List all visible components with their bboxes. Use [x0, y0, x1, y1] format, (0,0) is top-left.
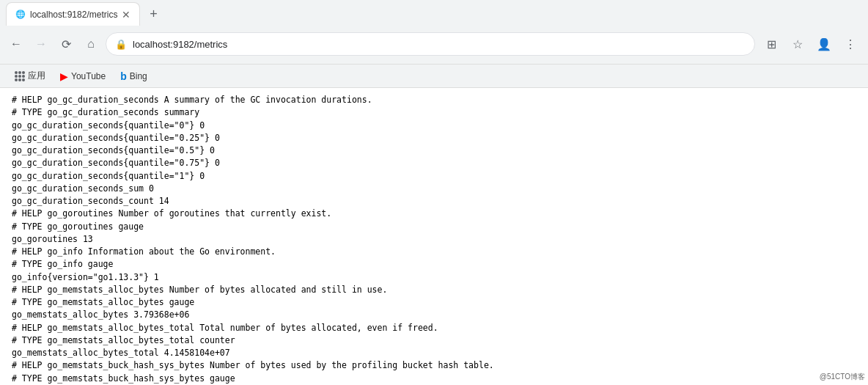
- metrics-lines-container: # HELP go_gc_duration_seconds A summary …: [12, 94, 856, 385]
- apps-grid-icon: [15, 71, 25, 81]
- new-tab-button[interactable]: +: [143, 4, 163, 24]
- apps-label: 应用: [28, 70, 45, 82]
- metrics-line: go_gc_duration_seconds_sum 0: [12, 183, 856, 195]
- menu-button[interactable]: ⋮: [839, 32, 862, 56]
- metrics-line: # TYPE go_memstats_alloc_bytes gauge: [12, 296, 856, 309]
- metrics-line: # HELP go_memstats_alloc_bytes Number of…: [12, 284, 856, 296]
- reload-button[interactable]: ⟳: [56, 34, 76, 54]
- metrics-line: go_memstats_alloc_bytes_total 4.1458104e…: [12, 347, 856, 359]
- forward-button[interactable]: →: [31, 34, 51, 54]
- address-bar[interactable]: 🔒 localhost:9182/metrics: [106, 32, 755, 56]
- metrics-line: # TYPE go_goroutines gauge: [12, 221, 856, 233]
- metrics-line: go_info{version="go1.13.3"} 1: [12, 271, 856, 284]
- translate-button[interactable]: ⊞: [760, 32, 783, 56]
- tab-close-button[interactable]: ✕: [122, 9, 130, 21]
- metrics-line: go_goroutines 13: [12, 233, 856, 246]
- youtube-label: YouTube: [71, 71, 106, 81]
- active-tab[interactable]: 🌐 localhost:9182/metrics ✕: [6, 2, 140, 26]
- bing-icon: b: [120, 70, 127, 82]
- bookmark-apps[interactable]: 应用: [9, 67, 51, 85]
- watermark: @51CTO博客: [820, 372, 865, 382]
- tab-bar: 🌐 localhost:9182/metrics ✕ +: [0, 0, 868, 28]
- tab-title: localhost:9182/metrics: [30, 10, 117, 20]
- bookmarks-bar: 应用 ▶ YouTube b Bing: [0, 65, 868, 88]
- bookmark-bing[interactable]: b Bing: [114, 67, 153, 85]
- metrics-line: go_gc_duration_seconds{quantile="0.75"} …: [12, 157, 856, 169]
- home-button[interactable]: ⌂: [81, 34, 101, 54]
- url-text: localhost:9182/metrics: [133, 39, 746, 50]
- nav-bar: ← → ⟳ ⌂ 🔒 localhost:9182/metrics ⊞ ☆ 👤 ⋮: [0, 28, 868, 60]
- metrics-line: # TYPE go_memstats_alloc_bytes_total cou…: [12, 334, 856, 347]
- metrics-content: # HELP go_gc_duration_seconds A summary …: [0, 88, 868, 385]
- back-button[interactable]: ←: [6, 34, 26, 54]
- tab-favicon: 🌐: [15, 10, 26, 19]
- profile-button[interactable]: 👤: [812, 32, 836, 56]
- metrics-line: # HELP go_goroutines Number of goroutine…: [12, 208, 856, 220]
- bookmark-youtube[interactable]: ▶ YouTube: [54, 67, 111, 85]
- metrics-line: # HELP go_gc_duration_seconds A summary …: [12, 94, 856, 106]
- metrics-line: # TYPE go_gc_duration_seconds summary: [12, 106, 856, 119]
- metrics-line: go_gc_duration_seconds_count 14: [12, 195, 856, 208]
- metrics-line: # HELP go_memstats_buck_hash_sys_bytes N…: [12, 359, 856, 372]
- metrics-line: # TYPE go_memstats_buck_hash_sys_bytes g…: [12, 373, 856, 385]
- metrics-line: # TYPE go_info gauge: [12, 258, 856, 271]
- metrics-line: go_memstats_alloc_bytes 3.79368e+06: [12, 309, 856, 321]
- bookmark-button[interactable]: ☆: [786, 32, 809, 56]
- metrics-line: go_gc_duration_seconds{quantile="0.25"} …: [12, 132, 856, 144]
- metrics-line: go_gc_duration_seconds{quantile="0.5"} 0: [12, 144, 856, 157]
- metrics-line: # HELP go_memstats_alloc_bytes_total Tot…: [12, 322, 856, 334]
- lock-icon: 🔒: [115, 39, 127, 50]
- youtube-icon: ▶: [60, 70, 68, 82]
- browser-chrome: 🌐 localhost:9182/metrics ✕ + ← → ⟳ ⌂ 🔒 l…: [0, 0, 868, 65]
- metrics-line: # HELP go_info Information about the Go …: [12, 246, 856, 258]
- bing-label: Bing: [130, 71, 147, 81]
- metrics-line: go_gc_duration_seconds{quantile="0"} 0: [12, 120, 856, 132]
- metrics-line: go_gc_duration_seconds{quantile="1"} 0: [12, 170, 856, 183]
- nav-right-icons: ⊞ ☆ 👤 ⋮: [760, 32, 862, 56]
